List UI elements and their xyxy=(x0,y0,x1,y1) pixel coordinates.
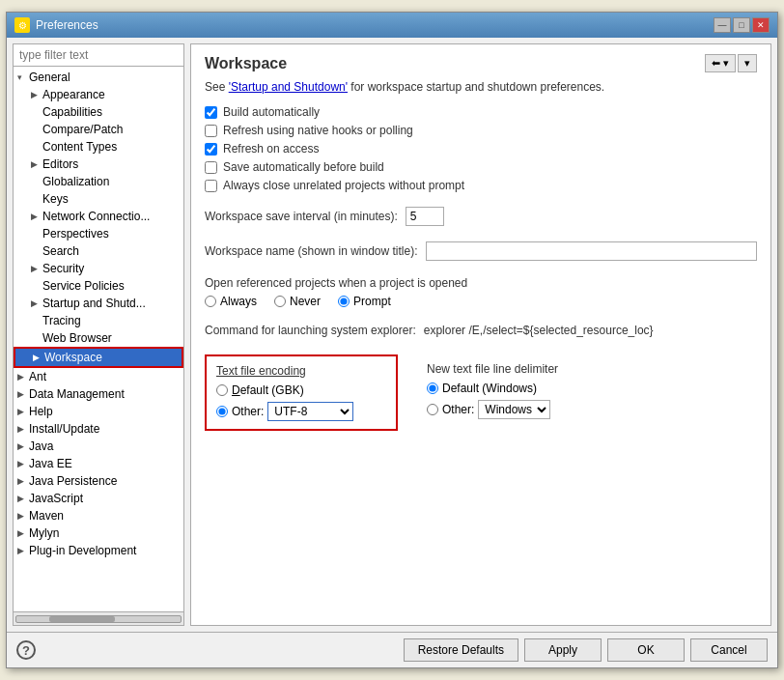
tree-item-general[interactable]: ▾General xyxy=(14,69,183,86)
tree-label-data_management: Data Management xyxy=(29,387,125,401)
close-button[interactable]: ✕ xyxy=(752,17,770,33)
checkbox-label-save_before_build: Save automatically before build xyxy=(223,160,384,174)
checkbox-row-refresh_access: Refresh on access xyxy=(205,142,757,156)
radio-never[interactable] xyxy=(274,296,286,307)
tree-item-web_browser[interactable]: Web Browser xyxy=(14,329,183,347)
text-encoding-box: Text file encoding Default (GBK) Other: … xyxy=(205,354,398,431)
checkbox-refresh_native[interactable] xyxy=(205,125,217,137)
right-panel: Workspace ⬅ ▾ ▾ See 'Startup and Shutdow… xyxy=(190,43,771,626)
tree-item-security[interactable]: ▶Security xyxy=(14,260,183,277)
tree-label-install_update: Install/Update xyxy=(29,422,99,436)
tree-item-network[interactable]: ▶Network Connectio... xyxy=(14,208,183,225)
checkboxes-container: Build automaticallyRefresh using native … xyxy=(205,105,757,197)
tree-item-perspectives[interactable]: Perspectives xyxy=(14,225,183,242)
checkbox-refresh_access[interactable] xyxy=(205,143,217,156)
tree-label-search: Search xyxy=(42,244,79,258)
encoding-default-radio[interactable]: Default (GBK) xyxy=(216,383,386,397)
checkbox-build_auto[interactable] xyxy=(205,106,217,119)
tree-item-plugin_dev[interactable]: ▶Plug-in Development xyxy=(14,542,183,559)
encoding-dropdown[interactable]: UTF-8 GBK ISO-8859-1 xyxy=(267,402,353,421)
workspace-name-input[interactable] xyxy=(426,241,757,261)
tree-item-keys[interactable]: Keys xyxy=(14,190,183,208)
encoding-default-label: Default (GBK) xyxy=(232,383,304,397)
tree-item-content_types[interactable]: Content Types xyxy=(14,138,183,156)
tree-item-editors[interactable]: ▶Editors xyxy=(14,156,183,173)
encoding-other-radio[interactable]: Other: UTF-8 GBK ISO-8859-1 xyxy=(216,402,386,421)
tree-item-ant[interactable]: ▶Ant xyxy=(14,368,183,385)
tree-item-appearance[interactable]: ▶Appearance xyxy=(14,86,183,103)
encoding-section: Text file encoding Default (GBK) Other: … xyxy=(205,354,757,431)
delimiter-other-radio[interactable]: Other: Windows Unix Mac xyxy=(427,400,581,419)
bottom-left: ? xyxy=(16,640,36,660)
tree-label-tracing: Tracing xyxy=(42,314,81,327)
delimiter-default-radio[interactable]: Default (Windows) xyxy=(427,382,581,395)
tree-item-workspace[interactable]: ▶Workspace xyxy=(14,347,183,368)
delimiter-default-input[interactable] xyxy=(427,382,438,394)
radio-prompt[interactable] xyxy=(338,296,350,307)
delimiter-other-label: Other: xyxy=(442,403,474,416)
tree-item-java[interactable]: ▶Java xyxy=(14,438,183,455)
delimiter-dropdown[interactable]: Windows Unix Mac xyxy=(478,400,550,419)
tree-item-data_management[interactable]: ▶Data Management xyxy=(14,385,183,403)
encoding-other-input[interactable] xyxy=(216,406,228,417)
tree-arrow-mylyn: ▶ xyxy=(17,528,27,538)
checkbox-label-close_unrelated: Always close unrelated projects without … xyxy=(223,179,464,192)
tree-item-service_policies[interactable]: Service Policies xyxy=(14,277,183,295)
tree-item-javascript[interactable]: ▶JavaScript xyxy=(14,490,183,507)
tree-label-java_ee: Java EE xyxy=(29,457,72,470)
cancel-button[interactable]: Cancel xyxy=(690,638,768,662)
tree-item-compare_patch[interactable]: Compare/Patch xyxy=(14,121,183,138)
tree-arrow-java: ▶ xyxy=(17,441,27,451)
restore-defaults-button[interactable]: Restore Defaults xyxy=(404,638,518,662)
checkbox-close_unrelated[interactable] xyxy=(205,180,217,192)
open-ref-option-always[interactable]: Always xyxy=(205,295,257,308)
ok-button[interactable]: OK xyxy=(607,638,685,662)
tree-item-help[interactable]: ▶Help xyxy=(14,403,183,420)
tree-item-search[interactable]: Search xyxy=(14,242,183,260)
tree-label-service_policies: Service Policies xyxy=(42,279,125,293)
apply-button[interactable]: Apply xyxy=(524,638,602,662)
window-controls: — □ ✕ xyxy=(714,17,770,33)
tree-arrow-workspace: ▶ xyxy=(33,353,42,362)
back-button[interactable]: ⬅ ▾ xyxy=(705,54,736,72)
maximize-button[interactable]: □ xyxy=(733,17,750,33)
open-ref-option-prompt[interactable]: Prompt xyxy=(338,295,391,308)
left-panel: ▾General▶AppearanceCapabilitiesCompare/P… xyxy=(13,43,184,626)
filter-input[interactable] xyxy=(14,44,183,67)
text-encoding-title: Text file encoding xyxy=(216,364,386,378)
encoding-default-input[interactable] xyxy=(216,384,228,396)
tree-label-globalization: Globalization xyxy=(42,175,109,188)
checkbox-save_before_build[interactable] xyxy=(205,161,217,174)
open-ref-option-never[interactable]: Never xyxy=(274,295,321,308)
tree-item-mylyn[interactable]: ▶Mylyn xyxy=(14,524,183,542)
tree-label-keys: Keys xyxy=(42,192,69,206)
tree-area: ▾General▶AppearanceCapabilitiesCompare/P… xyxy=(14,67,183,611)
help-button[interactable]: ? xyxy=(16,640,36,660)
minimize-button[interactable]: — xyxy=(714,17,731,33)
forward-button[interactable]: ▾ xyxy=(738,54,757,72)
bottom-bar: ? Restore Defaults Apply OK Cancel xyxy=(7,632,777,667)
tree-item-globalization[interactable]: Globalization xyxy=(14,173,183,190)
tree-label-ant: Ant xyxy=(29,370,46,383)
radio-label-never: Never xyxy=(290,295,321,308)
tree-label-capabilities: Capabilities xyxy=(42,105,102,119)
radio-always[interactable] xyxy=(205,296,216,307)
checkbox-row-save_before_build: Save automatically before build xyxy=(205,160,757,174)
tree-item-install_update[interactable]: ▶Install/Update xyxy=(14,420,183,438)
open-referenced-radio-row: AlwaysNeverPrompt xyxy=(205,295,757,308)
save-interval-input[interactable] xyxy=(406,207,444,226)
delimiter-other-input[interactable] xyxy=(427,404,438,415)
tree-label-compare_patch: Compare/Patch xyxy=(42,123,123,136)
startup-shutdown-link[interactable]: 'Startup and Shutdown' xyxy=(229,80,348,94)
delimiter-default-label: Default (Windows) xyxy=(442,382,537,395)
tree-item-capabilities[interactable]: Capabilities xyxy=(14,103,183,121)
tree-label-appearance: Appearance xyxy=(42,88,105,101)
tree-label-java: Java xyxy=(29,439,53,453)
tree-item-tracing[interactable]: Tracing xyxy=(14,312,183,329)
tree-item-maven[interactable]: ▶Maven xyxy=(14,507,183,524)
tree-item-startup_shutdown[interactable]: ▶Startup and Shutd... xyxy=(14,295,183,312)
tree-label-mylyn: Mylyn xyxy=(29,526,59,540)
tree-item-java_ee[interactable]: ▶Java EE xyxy=(14,455,183,472)
horizontal-scrollbar[interactable] xyxy=(14,611,183,625)
tree-item-java_persistence[interactable]: ▶Java Persistence xyxy=(14,472,183,490)
